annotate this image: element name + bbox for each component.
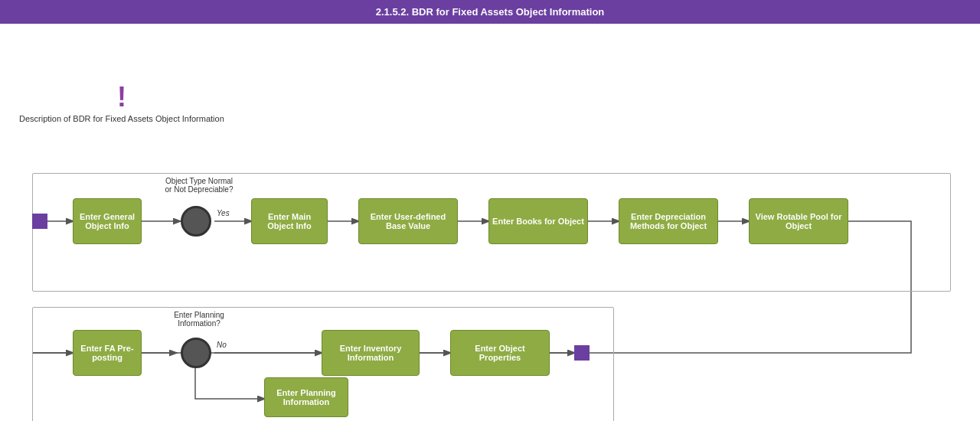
box-label: Enter Planning Information bbox=[268, 388, 345, 406]
box-enter-inventory-info[interactable]: Enter Inventory Information bbox=[322, 330, 420, 376]
box-enter-fa-preposting[interactable]: Enter FA Pre-posting bbox=[73, 330, 142, 376]
decision2-text: Enter Planning Information? bbox=[168, 311, 230, 328]
box-enter-books-for-object[interactable]: Enter Books for Object bbox=[488, 198, 588, 244]
box-label: View Rotable Pool for Object bbox=[753, 212, 844, 230]
page-header: 2.1.5.2. BDR for Fixed Assets Object Inf… bbox=[0, 0, 980, 24]
box-enter-depreciation-methods[interactable]: Enter Depreciation Methods for Object bbox=[619, 198, 718, 244]
box-label: Enter Inventory Information bbox=[325, 344, 416, 362]
header-title: 2.1.5.2. BDR for Fixed Assets Object Inf… bbox=[376, 6, 605, 18]
box-label: Enter FA Pre-posting bbox=[77, 344, 138, 362]
box-enter-general-object-info[interactable]: Enter General Object Info bbox=[73, 198, 142, 244]
decision2-diamond bbox=[181, 338, 211, 368]
decision1-diamond bbox=[181, 206, 211, 237]
start-node-row1 bbox=[32, 214, 47, 229]
box-label: Enter User-defined Base Value bbox=[362, 212, 454, 230]
box-label: Enter General Object Info bbox=[77, 212, 138, 230]
exclamation-icon: ! bbox=[19, 81, 224, 113]
box-enter-object-properties[interactable]: Enter Object Properties bbox=[450, 330, 550, 376]
box-enter-user-defined-base-value[interactable]: Enter User-defined Base Value bbox=[358, 198, 458, 244]
end-node-row2 bbox=[574, 345, 590, 361]
diagram-canvas: ! Description of BDR for Fixed Assets Ob… bbox=[0, 24, 980, 421]
box-label: Enter Main Object Info bbox=[255, 212, 324, 230]
box-enter-planning-info[interactable]: Enter Planning Information bbox=[264, 377, 348, 417]
box-label: Enter Books for Object bbox=[492, 217, 584, 226]
box-enter-main-object-info[interactable]: Enter Main Object Info bbox=[251, 198, 328, 244]
yes-label: Yes bbox=[217, 209, 230, 217]
note-box: ! Description of BDR for Fixed Assets Ob… bbox=[19, 81, 224, 124]
box-view-rotable-pool[interactable]: View Rotable Pool for Object bbox=[749, 198, 848, 244]
box-label: Enter Object Properties bbox=[454, 344, 546, 362]
no-label: No bbox=[217, 341, 227, 349]
note-label: Description of BDR for Fixed Assets Obje… bbox=[19, 113, 224, 124]
decision1-text: Object Type Normal or Not Depreciable? bbox=[165, 177, 234, 194]
box-label: Enter Depreciation Methods for Object bbox=[622, 212, 714, 230]
